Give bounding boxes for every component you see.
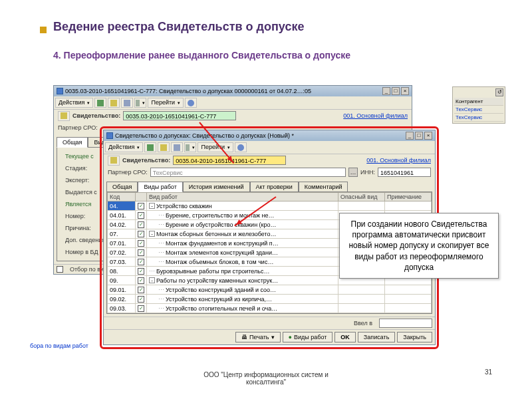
extra-label: Доп. сведения (65, 237, 105, 243)
row-checkbox[interactable]: ✓ (138, 268, 144, 275)
row-checkbox[interactable]: ✓ (138, 287, 144, 293)
stage-label: Стадия: (65, 165, 87, 172)
table-row[interactable]: 09.02.✓⋯ Устройство конструкций из кирпи… (108, 295, 432, 304)
help-icon[interactable] (235, 142, 247, 152)
help-icon[interactable] (185, 98, 197, 108)
toolbar-icon[interactable] (108, 98, 120, 108)
tree-toggle-icon[interactable]: - (149, 231, 155, 237)
toolbar-icon[interactable] (184, 142, 196, 152)
works-button[interactable]: ●Виды работ (283, 332, 333, 342)
tree-toggle-icon[interactable]: - (149, 277, 155, 283)
reason-label: Причина: (65, 225, 91, 231)
row-checkbox[interactable]: ✓ (138, 212, 144, 219)
window-icon (57, 88, 63, 94)
callout-text: При создании нового Свидетельства програ… (348, 219, 489, 272)
table-row[interactable]: 09.01.✓⋯ Устройство конструкций зданий и… (108, 285, 432, 295)
partner-label: Партнер СРО: (58, 124, 98, 131)
callout-box: При создании нового Свидетельства програ… (339, 213, 499, 279)
inn-label: ИНН: (360, 169, 375, 176)
side-panel: ↺ Контрагент ТехСервис ТехСервис (452, 86, 505, 124)
row-checkbox[interactable]: ✓ (138, 231, 144, 237)
expert-label: Эксперт: (65, 177, 89, 184)
actions-button[interactable]: Действия (55, 98, 93, 108)
tab-comment[interactable]: Комментарий (299, 182, 348, 192)
branch-link[interactable]: 001. Основной филиал (343, 112, 408, 119)
col-code[interactable]: Код (108, 193, 136, 201)
group-current: Текущее с (65, 153, 94, 160)
num-label: Номер: (65, 213, 85, 219)
toolbar-icon[interactable] (158, 142, 170, 152)
toolbar-icon[interactable] (121, 98, 133, 108)
branch-link[interactable]: 001. Основной филиал (366, 157, 431, 164)
print-button[interactable]: 🖶 Печать ▾ (235, 332, 280, 342)
col-danger[interactable]: Опасный вид (338, 193, 385, 201)
cert-label: Свидетельство: (122, 157, 170, 164)
table-row[interactable]: 04.✓- Устройство скважин (108, 201, 432, 211)
toolbar-icon[interactable] (134, 98, 146, 108)
title-marker (40, 27, 47, 33)
row-checkbox[interactable]: ✓ (138, 249, 144, 256)
back-toolbar: Действия Перейти (54, 96, 412, 110)
maximize-icon[interactable]: □ (415, 132, 423, 140)
refresh-icon[interactable]: ↺ (495, 88, 503, 96)
toolbar-icon[interactable] (94, 98, 106, 108)
maximize-icon[interactable]: □ (392, 87, 400, 95)
cert-number-field[interactable]: 0035.03-2010-1651041961-С-777 (123, 111, 236, 120)
tab-general[interactable]: Общая (106, 182, 138, 192)
side-row-2[interactable]: ТехСервис (454, 114, 503, 122)
filter-hint-text: бора по видам работ (30, 342, 88, 349)
tab-act[interactable]: Акт проверки (250, 182, 299, 192)
row-checkbox[interactable]: ✓ (138, 296, 144, 303)
cert-icon (58, 111, 70, 121)
side-header: Контрагент (454, 98, 503, 106)
back-window-title-bar: 0035.03-2010-1651041961-С-777: Свидетель… (54, 86, 412, 96)
col-work[interactable]: Вид работ (147, 193, 338, 201)
front-window-title-bar: Свидетельство о допусках: Свидетельство … (104, 130, 435, 141)
row-checkbox[interactable]: ✓ (138, 240, 144, 247)
row-checkbox[interactable]: ✓ (138, 259, 144, 265)
issued-label: Выдается с (65, 189, 97, 196)
minimize-icon[interactable]: _ (406, 132, 414, 140)
goto-button[interactable]: Перейти (148, 98, 184, 108)
row-checkbox[interactable]: ✓ (138, 221, 144, 228)
lookup-button[interactable]: … (348, 168, 358, 177)
goto-button[interactable]: Перейти (198, 142, 233, 152)
front-toolbar: Действия Перейти (104, 141, 435, 154)
tab-general[interactable]: Общая (57, 137, 88, 148)
footer-org: ООО "Центр информационных систем и конса… (200, 371, 332, 386)
entered-field (379, 319, 432, 328)
save-button[interactable]: Записать (358, 332, 395, 342)
partner-field[interactable]: ТехСервис (150, 168, 346, 177)
front-window-title: Свидетельство о допусках: Свидетельство … (115, 132, 294, 139)
window-icon (106, 132, 113, 139)
row-checkbox[interactable]: ✓ (138, 203, 144, 209)
toolbar-icon[interactable] (144, 142, 156, 152)
slide-title: Ведение реестра Свидетельств о допуске (53, 20, 304, 34)
partner-label: Партнер СРО: (108, 169, 148, 176)
entered-label: Ввел в (354, 320, 372, 327)
close-icon[interactable]: × (424, 132, 432, 140)
tab-works[interactable]: Виды работ (138, 182, 182, 192)
row-checkbox[interactable]: ✓ (138, 305, 144, 312)
inn-field[interactable]: 1651041961 (378, 168, 431, 177)
tab-history[interactable]: История изменений (183, 182, 250, 192)
minimize-icon[interactable]: _ (382, 87, 390, 95)
table-row[interactable]: 09.03.✓⋯ Устройство отопительных печей и… (108, 304, 432, 313)
slide-subtitle: 4. Переоформление ранее выданного Свидет… (53, 50, 350, 61)
ok-button[interactable]: OK (334, 332, 356, 342)
actions-button[interactable]: Действия (105, 142, 143, 152)
tree-toggle-icon[interactable]: - (149, 203, 155, 209)
cert-label: Свидетельство: (72, 112, 120, 119)
side-row-1[interactable]: ТехСервис (454, 106, 503, 114)
filter-checkbox[interactable] (57, 266, 63, 273)
close-icon[interactable]: × (401, 87, 409, 95)
toolbar-icon[interactable] (171, 142, 183, 152)
cert-icon (108, 156, 120, 166)
page-number: 31 (485, 368, 492, 376)
bdnum-label: Номер в БД (65, 249, 98, 255)
row-checkbox[interactable]: ✓ (138, 277, 144, 284)
close-button[interactable]: Закрыть (397, 332, 432, 342)
back-window-title: 0035.03-2010-1651041961-С-777: Свидетель… (65, 88, 311, 94)
footer-buttons: 🖶 Печать ▾ ●Виды работ OK Записать Закры… (104, 329, 435, 344)
col-note[interactable]: Примечание (385, 193, 432, 201)
